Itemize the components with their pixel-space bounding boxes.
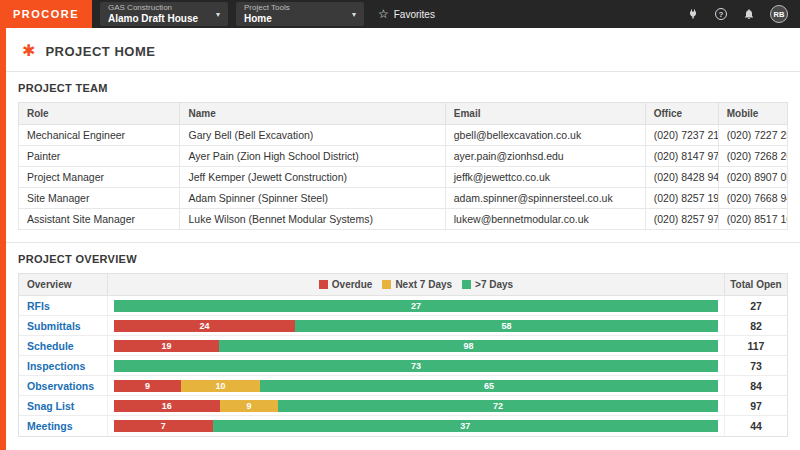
legend-item-gt7: >7 Days (462, 279, 513, 290)
total-open-col-header: Total Open (725, 279, 787, 290)
overview-row: Meetings73744 (19, 416, 787, 436)
notifications-bell-icon[interactable] (742, 7, 756, 21)
main-content: ✱ PROJECT HOME PROJECT TEAM Role Name Em… (6, 28, 800, 450)
brand-accent-strip (0, 0, 6, 450)
bar-segment-gt7: 27 (114, 300, 718, 312)
favorites-button[interactable]: ☆ Favorites (378, 7, 435, 21)
stacked-bar: 2458 (114, 320, 718, 332)
team-cell-name: Adam Spinner (Spinner Steel) (180, 188, 445, 209)
team-col-office: Office (645, 103, 718, 125)
section-divider (6, 242, 800, 243)
help-icon[interactable]: ? (714, 7, 728, 21)
team-cell-name: Gary Bell (Bell Excavation) (180, 125, 445, 146)
legend-swatch-next7 (382, 280, 391, 289)
overview-bar-cell: 737 (107, 416, 725, 436)
bar-segment-overdue: 16 (114, 400, 220, 412)
team-cell-role: Site Manager (19, 188, 180, 209)
bar-segment-gt7: 72 (278, 400, 718, 412)
team-table-body: Mechanical EngineerGary Bell (Bell Excav… (19, 125, 788, 230)
bar-segment-gt7: 65 (260, 380, 718, 392)
project-overview-section: PROJECT OVERVIEW Overview OverdueNext 7 … (6, 253, 800, 437)
overview-row: Observations9106584 (19, 376, 787, 396)
question-mark-icon: ? (715, 8, 727, 20)
team-col-email: Email (445, 103, 645, 125)
overview-bar-cell: 16972 (107, 396, 725, 415)
overview-rows: RFIs2727Submittals245882Schedule1998117I… (19, 296, 787, 436)
overview-row-link[interactable]: RFIs (19, 300, 107, 312)
team-cell-mobile: (020) 7227 2551 (718, 125, 787, 146)
overview-row-total: 73 (725, 360, 787, 372)
procore-logo[interactable]: PROCORE (0, 0, 92, 28)
bar-segment-next7: 10 (181, 380, 260, 392)
legend-swatch-overdue (319, 280, 328, 289)
overview-row-link[interactable]: Meetings (19, 420, 107, 432)
team-cell-email: adam.spinner@spinnersteel.co.uk (445, 188, 645, 209)
bar-segment-overdue: 24 (114, 320, 295, 332)
overview-row-link[interactable]: Snag List (19, 400, 107, 412)
company-name: GAS Construction (108, 4, 198, 13)
bar-segment-overdue: 19 (114, 340, 219, 352)
stacked-bar: 16972 (114, 400, 718, 412)
project-tools-picker[interactable]: Project Tools Home ▾ (236, 2, 364, 26)
team-col-mobile: Mobile (718, 103, 787, 125)
team-cell-office: (020) 7237 2111 (645, 125, 718, 146)
overview-row: RFIs2727 (19, 296, 787, 316)
overview-row-total: 84 (725, 380, 787, 392)
team-cell-office: (020) 8257 1931 (645, 188, 718, 209)
overview-row-link[interactable]: Inspections (19, 360, 107, 372)
team-header-row: Role Name Email Office Mobile (19, 103, 788, 125)
overview-bar-cell: 2458 (107, 316, 725, 335)
team-cell-role: Assistant Site Manager (19, 209, 180, 230)
chevron-down-icon: ▾ (202, 10, 220, 19)
team-cell-mobile: (020) 7268 2659 (718, 146, 787, 167)
overview-row-link[interactable]: Schedule (19, 340, 107, 352)
chevron-down-icon: ▾ (338, 10, 356, 19)
favorites-label: Favorites (394, 9, 435, 20)
company-project-picker[interactable]: GAS Construction Alamo Draft House ▾ (100, 2, 228, 26)
overview-legend: OverdueNext 7 Days>7 Days (107, 274, 725, 295)
team-cell-email: jeffk@jewettco.co.uk (445, 167, 645, 188)
team-cell-email: gbell@bellexcavation.co.uk (445, 125, 645, 146)
team-cell-mobile: (020) 8517 1668 (718, 209, 787, 230)
team-row: Mechanical EngineerGary Bell (Bell Excav… (19, 125, 788, 146)
overview-row-total: 82 (725, 320, 787, 332)
team-cell-name: Ayer Pain (Zion High School District) (180, 146, 445, 167)
overview-row-link[interactable]: Observations (19, 380, 107, 392)
overview-bar-cell: 73 (107, 356, 725, 375)
stacked-bar: 73 (114, 360, 718, 372)
stacked-bar: 27 (114, 300, 718, 312)
project-team-heading: PROJECT TEAM (18, 82, 788, 94)
team-cell-mobile: (020) 7668 9445 (718, 188, 787, 209)
project-home-icon: ✱ (22, 43, 35, 59)
bar-segment-gt7: 73 (114, 360, 718, 372)
team-row: Project ManagerJeff Kemper (Jewett Const… (19, 167, 788, 188)
overview-row-total: 97 (725, 400, 787, 412)
bar-segment-overdue: 9 (114, 380, 181, 392)
top-navigation-bar: PROCORE GAS Construction Alamo Draft Hou… (0, 0, 800, 28)
team-cell-email: lukew@bennetmodular.co.uk (445, 209, 645, 230)
tools-value: Home (244, 13, 290, 24)
bar-segment-gt7: 58 (295, 320, 718, 332)
team-row: Site ManagerAdam Spinner (Spinner Steel)… (19, 188, 788, 209)
overview-row-total: 44 (725, 420, 787, 432)
topbar-actions: ? RB (686, 5, 800, 23)
overview-row-total: 117 (725, 340, 787, 352)
team-cell-role: Project Manager (19, 167, 180, 188)
overview-row-link[interactable]: Submittals (19, 320, 107, 332)
team-cell-office: (020) 8257 9768 (645, 209, 718, 230)
legend-label: >7 Days (475, 279, 513, 290)
team-cell-role: Painter (19, 146, 180, 167)
legend-swatch-gt7 (462, 280, 471, 289)
bar-segment-overdue: 7 (114, 420, 213, 432)
legend-label: Next 7 Days (395, 279, 452, 290)
team-cell-name: Jeff Kemper (Jewett Construction) (180, 167, 445, 188)
user-avatar[interactable]: RB (770, 5, 788, 23)
project-name: Alamo Draft House (108, 13, 198, 24)
team-row: PainterAyer Pain (Zion High School Distr… (19, 146, 788, 167)
overview-row: Inspections7373 (19, 356, 787, 376)
team-cell-mobile: (020) 8907 0574 (718, 167, 787, 188)
team-cell-email: ayer.pain@zionhsd.edu (445, 146, 645, 167)
overview-bar-cell: 27 (107, 296, 725, 315)
project-overview-table: Overview OverdueNext 7 Days>7 Days Total… (18, 273, 788, 437)
plug-icon[interactable] (686, 7, 700, 21)
